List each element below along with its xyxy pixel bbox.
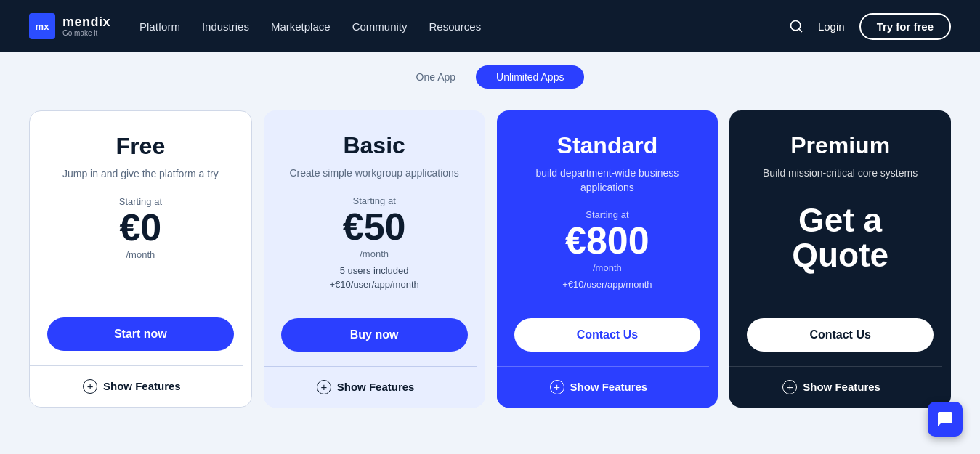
basic-card-title: Basic	[343, 132, 405, 159]
basic-starting-at: Starting at	[352, 195, 395, 206]
premium-card-subtitle: Build mission-critical core systems	[763, 166, 918, 181]
try-free-button[interactable]: Try for free	[859, 13, 951, 40]
standard-contact-button[interactable]: Contact Us	[514, 318, 701, 352]
standard-show-features-label: Show Features	[570, 381, 648, 393]
premium-card-title: Premium	[790, 132, 890, 159]
pricing-card-basic: Basic Create simple workgroup applicatio…	[264, 110, 485, 408]
nav-links: Platform Industries Marketplace Communit…	[139, 20, 481, 33]
free-card-title: Free	[116, 133, 166, 160]
basic-show-features[interactable]: + Show Features	[264, 366, 477, 408]
free-card-subtitle: Jump in and give the platform a try	[62, 167, 219, 182]
logo[interactable]: mx mendix Go make it	[29, 13, 110, 39]
standard-show-features[interactable]: + Show Features	[497, 366, 710, 408]
standard-price-note: +€10/user/app/month	[562, 277, 652, 292]
search-button[interactable]	[789, 19, 803, 33]
pricing-card-free: Free Jump in and give the platform a try…	[29, 110, 252, 408]
premium-plus-circle-icon: +	[782, 380, 797, 394]
nav-link-community[interactable]: Community	[352, 20, 408, 33]
standard-card-title: Standard	[557, 132, 658, 159]
tab-one-app[interactable]: One App	[396, 65, 477, 89]
basic-price-note: 5 users included+€10/user/app/month	[330, 264, 419, 292]
navbar-left: mx mendix Go make it Platform Industries…	[29, 13, 481, 39]
premium-show-features[interactable]: + Show Features	[729, 366, 942, 408]
free-plus-circle-icon: +	[83, 379, 97, 394]
nav-link-platform[interactable]: Platform	[139, 20, 180, 33]
navbar-right: Login Try for free	[789, 13, 951, 40]
pricing-card-premium: Premium Build mission-critical core syst…	[729, 110, 951, 408]
free-price: €0	[119, 208, 161, 246]
top-tabs-container: One App Unlimited Apps	[0, 52, 980, 89]
start-now-button[interactable]: Start now	[47, 317, 234, 351]
navbar: mx mendix Go make it Platform Industries…	[0, 0, 980, 52]
logo-name: mendix	[62, 15, 110, 30]
basic-price: €50	[343, 208, 406, 246]
standard-card-subtitle: build department-wide business applicati…	[514, 166, 701, 195]
nav-link-marketplace[interactable]: Marketplace	[271, 20, 331, 33]
chat-icon	[936, 410, 954, 428]
tab-unlimited-apps[interactable]: Unlimited Apps	[476, 65, 584, 89]
basic-card-subtitle: Create simple workgroup applications	[289, 166, 458, 181]
buy-now-button[interactable]: Buy now	[281, 318, 468, 352]
premium-contact-button[interactable]: Contact Us	[747, 318, 934, 352]
nav-link-resources[interactable]: Resources	[429, 20, 482, 33]
premium-get-quote: Get aQuote	[792, 203, 888, 273]
search-icon	[789, 19, 803, 33]
basic-show-features-label: Show Features	[337, 381, 415, 393]
basic-plus-circle-icon: +	[317, 380, 331, 394]
logo-tagline: Go make it	[62, 29, 110, 37]
standard-per-month: /month	[593, 262, 622, 273]
chat-bubble-button[interactable]	[928, 402, 963, 437]
pricing-cards-container: Free Jump in and give the platform a try…	[0, 89, 980, 408]
logo-box: mx	[29, 13, 55, 39]
basic-per-month: /month	[360, 248, 389, 259]
logo-abbreviation: mx	[36, 21, 49, 32]
login-link[interactable]: Login	[818, 20, 845, 33]
free-show-features-label: Show Features	[103, 380, 181, 392]
nav-link-industries[interactable]: Industries	[202, 20, 249, 33]
logo-text: mendix Go make it	[62, 15, 110, 38]
free-starting-at: Starting at	[119, 196, 162, 207]
free-show-features[interactable]: + Show Features	[29, 365, 243, 407]
standard-price: €800	[565, 222, 649, 259]
svg-line-1	[799, 29, 802, 32]
standard-starting-at: Starting at	[586, 209, 628, 220]
free-per-month: /month	[126, 249, 155, 260]
top-tabs: One App Unlimited Apps	[396, 60, 585, 89]
pricing-card-standard: Standard build department-wide business …	[497, 110, 718, 408]
premium-show-features-label: Show Features	[803, 381, 880, 393]
standard-plus-circle-icon: +	[550, 380, 564, 394]
